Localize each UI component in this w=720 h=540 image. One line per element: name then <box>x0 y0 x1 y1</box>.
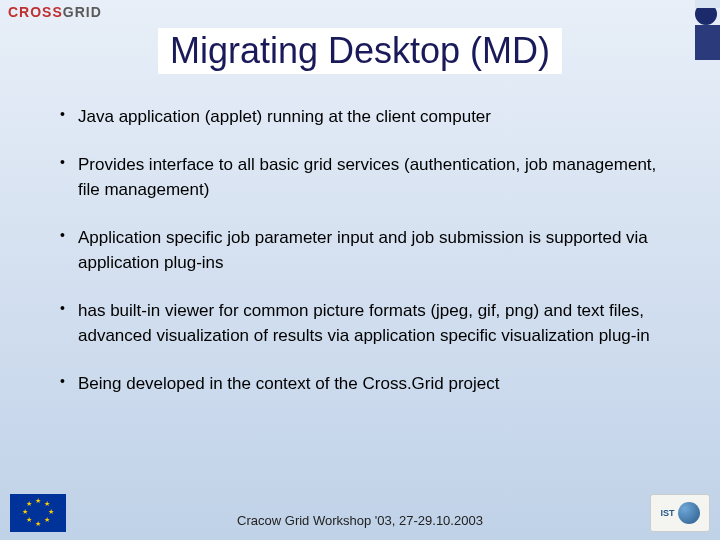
bullet-list: • Java application (applet) running at t… <box>0 104 720 396</box>
bullet-dot-icon: • <box>60 225 78 276</box>
bullet-text: Application specific job parameter input… <box>78 225 672 276</box>
logo-part2: GRID <box>63 4 102 20</box>
ist-logo: IST <box>650 494 710 532</box>
list-item: • Application specific job parameter inp… <box>60 225 672 276</box>
bullet-dot-icon: • <box>60 104 78 130</box>
globe-icon <box>678 502 700 524</box>
corner-logo <box>660 0 720 60</box>
svg-rect-1 <box>695 0 720 8</box>
ist-label: IST <box>660 508 674 518</box>
bullet-text: has built-in viewer for common picture f… <box>78 298 672 349</box>
list-item: • Java application (applet) running at t… <box>60 104 672 130</box>
bullet-text: Provides interface to all basic grid ser… <box>78 152 672 203</box>
crossgrid-logo: CROSSGRID <box>8 4 102 20</box>
list-item: • has built-in viewer for common picture… <box>60 298 672 349</box>
bullet-dot-icon: • <box>60 152 78 203</box>
footer-text: Cracow Grid Workshop '03, 27-29.10.2003 <box>0 513 720 528</box>
logo-part1: CROSS <box>8 4 63 20</box>
bullet-text: Java application (applet) running at the… <box>78 104 672 130</box>
slide-title: Migrating Desktop (MD) <box>158 28 562 74</box>
bullet-dot-icon: • <box>60 298 78 349</box>
list-item: • Provides interface to all basic grid s… <box>60 152 672 203</box>
bullet-dot-icon: • <box>60 371 78 397</box>
list-item: • Being developed in the context of the … <box>60 371 672 397</box>
bullet-text: Being developed in the context of the Cr… <box>78 371 672 397</box>
